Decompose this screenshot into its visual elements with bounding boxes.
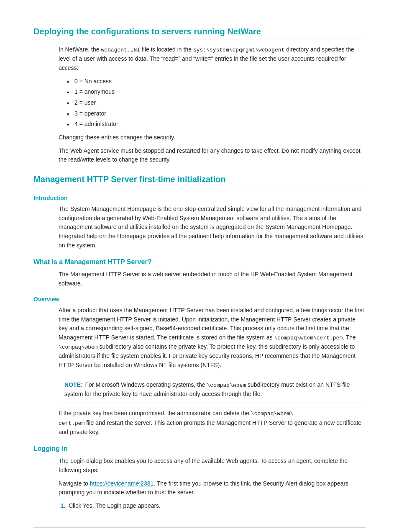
page-content: Deploying the configurations to servers … xyxy=(0,0,399,532)
device-url-link[interactable]: https://devicename:2381 xyxy=(90,480,154,487)
subsection-introduction-title: Introduction xyxy=(33,195,366,201)
logging-steps-list: Click Yes. The Login page appears. xyxy=(67,501,366,511)
section-mgmt-title: Management HTTP Server first-time initia… xyxy=(33,175,366,187)
introduction-content: The System Management Homepage is the on… xyxy=(59,205,366,250)
note-code: \compaq\wbem xyxy=(207,382,246,388)
sys-path-code: sys:\system\cpqmgmt\webagent xyxy=(193,47,284,53)
logging-content: The Login dialog box enables you to acce… xyxy=(59,457,366,510)
deploying-content: In NetWare, the webagent.INI file is loc… xyxy=(59,45,366,164)
cert-pem-inline-2: cert.pem xyxy=(59,420,84,427)
note-text-1: For Microsoft Windows operating systems,… xyxy=(85,381,207,388)
note-box: NOTE:For Microsoft Windows operating sys… xyxy=(59,376,366,403)
cert-path-code: \compaq\wbem\cert.pem xyxy=(274,335,343,341)
overview-para-1: After a product that uses the Management… xyxy=(59,306,366,370)
introduction-para: The System Management Homepage is the on… xyxy=(59,205,366,250)
list-item: 2 = user xyxy=(67,98,366,108)
what-is-content: The Management HTTP Server is a web serv… xyxy=(59,270,366,288)
what-is-para: The Management HTTP Server is a web serv… xyxy=(59,270,366,288)
logging-para-1: The Login dialog box enables you to acce… xyxy=(59,457,366,475)
list-item: 3 = operator xyxy=(67,109,366,118)
overview-para-2: If the private key has been compromised,… xyxy=(59,409,366,437)
deploying-para-1: In NetWare, the webagent.INI file is loc… xyxy=(59,45,366,73)
list-item: Click Yes. The Login page appears. xyxy=(67,501,366,511)
compaq-wbem-code: \compaq\wbem xyxy=(59,344,98,350)
list-item: 4 = administrator xyxy=(67,120,366,129)
list-item: 0 = No access xyxy=(67,77,366,86)
deploying-para-2: Changing these entries changes the secur… xyxy=(59,133,366,142)
note-label: NOTE: xyxy=(64,381,83,388)
section-deploying-title: Deploying the configurations to servers … xyxy=(33,27,366,39)
subsection-overview-title: Overview xyxy=(33,296,366,303)
webagent-ini-code: webagent.INI xyxy=(101,47,140,53)
logging-para-2: Navigate to https://devicename:2381. The… xyxy=(59,479,366,497)
subsection-logging-title: Logging in xyxy=(33,445,366,452)
access-levels-list: 0 = No access 1 = anonymous 2 = user 3 =… xyxy=(67,77,366,129)
deploying-para-3: The Web Agent service must be stopped an… xyxy=(59,146,366,164)
subsection-what-is-title: What is a Management HTTP Server? xyxy=(33,258,366,266)
page-footer: Management HTTP Server first-time initia… xyxy=(33,527,366,532)
cert-pem-inline: \compaq\wbem\ xyxy=(251,411,293,417)
list-item: 1 = anonymous xyxy=(67,87,366,97)
overview-content: After a product that uses the Management… xyxy=(59,306,366,437)
